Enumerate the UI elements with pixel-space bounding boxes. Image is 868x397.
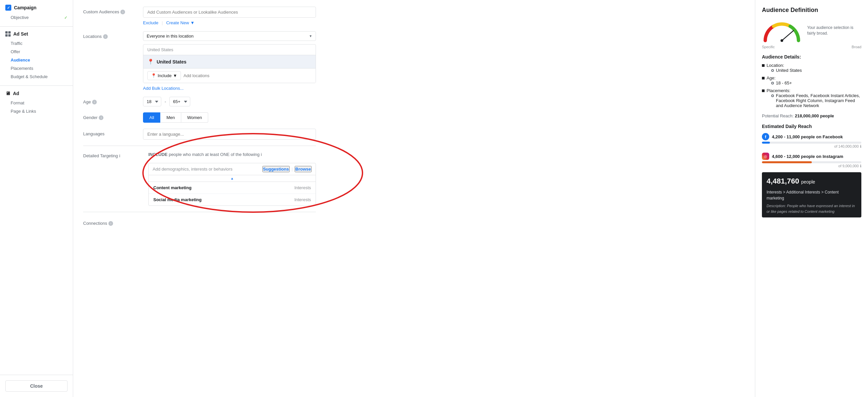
location-box: United States 📍 United States 📍 Include … — [143, 44, 316, 83]
audience-details-title: Audience Details: — [762, 54, 861, 60]
adset-label: Ad Set — [13, 31, 28, 37]
languages-input[interactable] — [143, 129, 316, 140]
bulk-locations-link[interactable]: Add Bulk Locations... — [143, 86, 184, 91]
instagram-bar-meta: of 9,000,000 ℹ — [762, 164, 861, 168]
custom-audiences-info-icon[interactable]: i — [120, 10, 125, 14]
link-separator: | — [162, 20, 163, 25]
create-new-button[interactable]: Create New ▼ — [166, 20, 195, 25]
browse-button[interactable]: Browse — [294, 166, 312, 172]
include-button[interactable]: 📍 Include ▼ — [147, 71, 181, 80]
age-label: Age i — [83, 97, 143, 104]
main-wrapper: Custom Audiences i Exclude | Create New … — [73, 0, 755, 397]
tooltip-unit: people — [801, 179, 815, 185]
est-daily-title: Estimated Daily Reach — [762, 124, 861, 129]
add-locations-input[interactable] — [184, 73, 312, 78]
sidebar-item-budget[interactable]: Budget & Schedule — [5, 72, 67, 81]
age-detail: Age: 18 - 65+ — [767, 75, 792, 87]
instagram-reach: ◎ 4,600 - 12,000 people on Instagram of … — [762, 153, 861, 168]
locations-label: Locations i — [83, 31, 143, 39]
facebook-bar-meta: of 140,000,000 ℹ — [762, 144, 861, 149]
connections-info-icon[interactable]: i — [108, 221, 113, 226]
instagram-platform-header: ◎ 4,600 - 12,000 people on Instagram — [762, 153, 861, 160]
potential-reach-label: Potential Reach: — [762, 113, 794, 118]
gauge-svg — [762, 19, 802, 42]
gender-buttons: All Men Women — [143, 112, 316, 123]
traffic-label: Traffic — [11, 41, 22, 46]
location-search-text: United States — [147, 47, 173, 52]
age-info-icon[interactable]: i — [92, 100, 97, 104]
location-entry: 📍 United States — [143, 55, 316, 68]
exclude-button[interactable]: Exclude — [143, 20, 158, 25]
budget-label: Budget & Schedule — [11, 74, 48, 79]
dt-spacer — [83, 163, 143, 206]
tooltip-box: 4,481,760 people Interests > Additional … — [762, 172, 861, 217]
gender-row: Gender i All Men Women — [83, 112, 316, 123]
placements-circle — [771, 94, 774, 97]
potential-reach: Potential Reach: 218,000,000 people — [762, 113, 861, 118]
detailed-targeting-section: Detailed Targeting i INCLUDE people who … — [83, 146, 316, 206]
gender-control: All Men Women — [143, 112, 316, 123]
suggestion-content-marketing-name: Content marketing — [153, 185, 191, 190]
svg-point-2 — [780, 39, 783, 42]
sidebar-item-format[interactable]: Format — [5, 99, 67, 107]
potential-reach-value: 218,000,000 people — [795, 113, 834, 118]
sidebar-item-audience[interactable]: Audience — [5, 56, 67, 64]
placements-label-d: Placements: — [767, 88, 790, 93]
facebook-info-icon[interactable]: ℹ — [860, 144, 861, 149]
custom-audiences-row: Custom Audiences i Exclude | Create New … — [83, 7, 316, 25]
sidebar-footer: Close — [0, 375, 73, 397]
suggestion-social-media-marketing[interactable]: Social media marketing Interests — [149, 194, 316, 206]
tooltip-description: Description: People who have expressed a… — [767, 203, 857, 214]
sidebar-item-placements[interactable]: Placements — [5, 64, 67, 72]
locations-info-icon[interactable]: i — [103, 34, 108, 39]
gender-label: Gender i — [83, 112, 143, 120]
targeting-input-row: Add demographics, interests or behaviors… — [149, 163, 316, 175]
sidebar-item-offer[interactable]: Offer — [5, 48, 67, 56]
locations-control: Everyone in this location ▼ United State… — [143, 31, 316, 91]
sidebar-item-objective[interactable]: Objective ✓ — [5, 13, 67, 22]
suggestion-content-marketing[interactable]: Content marketing Interests — [149, 182, 316, 194]
detailed-targeting-info-icon[interactable]: i — [119, 153, 120, 158]
age-inputs: 18 - 65+ — [143, 97, 316, 106]
location-name: United States — [157, 59, 186, 64]
targeting-placeholder: Add demographics, interests or behaviors — [153, 166, 262, 172]
include-info-icon[interactable]: i — [261, 152, 262, 157]
age-dash: - — [165, 99, 166, 104]
age-min-select[interactable]: 18 — [143, 97, 161, 106]
age-row: Age i 18 - 65+ — [83, 97, 316, 106]
close-button[interactable]: Close — [5, 380, 67, 392]
age-max-select[interactable]: 65+ — [169, 97, 190, 106]
objective-checkmark: ✓ — [64, 15, 67, 20]
specific-label: Specific — [762, 45, 775, 49]
suggestion-content-marketing-type: Interests — [294, 185, 311, 190]
facebook-reach: f 4,200 - 11,000 people on Facebook of 1… — [762, 133, 861, 149]
suggestions-button[interactable]: Suggestions — [262, 166, 290, 172]
gender-men-button[interactable]: Men — [160, 112, 181, 123]
sidebar-item-traffic[interactable]: Traffic — [5, 39, 67, 48]
location-search-row: United States — [143, 44, 316, 55]
gender-women-button[interactable]: Women — [181, 112, 209, 123]
create-new-label: Create New — [166, 20, 189, 25]
facebook-platform-header: f 4,200 - 11,000 people on Facebook — [762, 133, 861, 140]
instagram-bar-bg — [762, 161, 861, 163]
location-sub: United States — [767, 68, 802, 73]
gender-info-icon[interactable]: i — [99, 115, 103, 120]
gender-all-button[interactable]: All — [143, 112, 160, 123]
ad-section: 🖥 Ad Format Page & Links — [0, 86, 73, 120]
locations-dropdown[interactable]: Everyone in this location ▼ — [143, 31, 316, 41]
custom-audiences-input[interactable] — [143, 7, 316, 18]
sidebar-item-page-links[interactable]: Page & Links — [5, 107, 67, 115]
languages-row: Languages — [83, 129, 316, 140]
include-label: Include — [158, 73, 172, 78]
right-panel: Audience Definition Your audience select… — [755, 0, 868, 397]
instagram-of-text: of 9,000,000 — [838, 164, 859, 168]
gauge-container: Your audience selection is fairly broad. — [762, 19, 861, 42]
facebook-of-text: of 140,000,000 — [834, 144, 859, 149]
age-value: 18 - 65+ — [776, 81, 792, 86]
adset-grid-icon — [5, 31, 11, 37]
location-value: United States — [776, 68, 802, 73]
targeting-link-separator: | — [292, 166, 293, 172]
instagram-info-icon[interactable]: ℹ — [860, 164, 861, 168]
locations-chevron-icon: ▼ — [309, 34, 312, 38]
sidebar: ✓ Campaign Objective ✓ Ad Set Traffic Of… — [0, 0, 73, 397]
